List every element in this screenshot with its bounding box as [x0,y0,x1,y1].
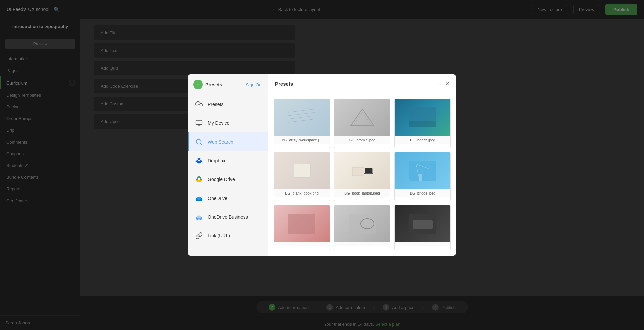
modal-nav-web-search[interactable]: Web Search [188,132,268,151]
svg-marker-16 [351,109,374,126]
grid-thumb-row3a [274,205,330,242]
grid-thumb-artsy [274,99,330,136]
grid-label-book-laptop: BG_book_laptop.jpeg [334,189,390,197]
grid-thumb-book-laptop [334,152,390,189]
grid-thumb-row3b [334,205,390,242]
svg-marker-17 [354,112,371,124]
svg-rect-25 [409,161,436,181]
grid-label-row3c [395,242,450,246]
grid-item-row3b[interactable] [334,205,390,250]
modal-presets-label: Presets [205,82,222,87]
modal-main: Presets ≡ × BG_artsy_workspace.j... [268,74,456,256]
modal-nav-onedrive-label: OneDrive [208,196,227,201]
svg-rect-28 [288,214,315,234]
modal-nav-presets[interactable]: Presets [188,95,268,114]
svg-rect-24 [364,173,373,174]
svg-point-4 [196,139,201,144]
svg-rect-23 [365,168,372,173]
grid-item-bridge[interactable]: BG_bridge.jpeg [394,152,451,201]
list-view-icon[interactable]: ≡ [438,81,441,87]
dropbox-icon [194,156,204,165]
grid-label-bridge: BG_bridge.jpeg [395,189,450,197]
grid-label-artsy: BG_artsy_workspace.j... [274,136,330,144]
modal-nav-presets-label: Presets [208,102,223,107]
modal-nav-link-url-label: Link (URL) [208,233,230,238]
grid-item-artsy[interactable]: BG_artsy_workspace.j... [274,99,330,148]
grid-thumb-bridge [395,152,450,189]
modal-nav-dropbox[interactable]: Dropbox [188,151,268,170]
monitor-icon [194,118,204,128]
grid-label-row3a [274,242,330,246]
modal-nav-onedrive[interactable]: OneDrive [188,189,268,208]
grid-label-row3b [334,242,390,246]
grid-item-row3c[interactable] [394,205,451,250]
svg-point-11 [197,215,201,218]
link-icon [194,231,204,240]
grid-item-row3a[interactable] [274,205,330,250]
modal-sidebar-header: ↑ Presets Sign Out [188,74,268,95]
modal-nav-web-search-label: Web Search [208,139,233,145]
svg-rect-26 [419,174,422,181]
grid-item-atomic[interactable]: BG_atomic.jpeg [334,99,390,148]
grid-thumb-row3c [395,205,450,242]
grid-thumb-atomic [334,99,390,136]
modal-nav-google-drive[interactable]: Google Drive [188,170,268,189]
modal-logo-icon: ↑ [193,80,203,89]
grid-thumb-beach [395,99,450,136]
grid-item-beach[interactable]: BG_beach.jpeg [394,99,451,148]
modal-nav-google-drive-label: Google Drive [208,177,235,182]
grid-label-blank-book: BG_blank_book.png [274,189,330,197]
onedrive-business-icon [194,212,204,222]
svg-rect-18 [409,107,436,121]
svg-line-5 [200,143,202,145]
modal-nav-my-device-label: My Device [208,120,229,126]
modal-grid: BG_artsy_workspace.j... BG_atomic.jpeg [268,93,456,256]
svg-rect-32 [413,220,433,229]
svg-line-13 [288,112,315,116]
svg-point-8 [197,197,201,200]
modal-sidebar: ↑ Presets Sign Out Presets [188,74,268,256]
modal-nav-onedrive-business-label: OneDrive Business [208,214,248,220]
svg-rect-29 [349,214,376,234]
modal-nav-my-device[interactable]: My Device [188,114,268,132]
modal-logo: ↑ Presets [193,80,222,89]
cloud-upload-icon [194,100,204,109]
search-icon [194,137,204,147]
modal-nav-link-url[interactable]: Link (URL) [188,226,268,245]
svg-rect-1 [196,120,202,125]
svg-line-15 [288,119,315,122]
google-drive-icon [194,175,204,184]
onedrive-icon [194,194,204,203]
grid-label-beach: BG_beach.jpeg [395,136,450,144]
modal-main-actions: ≡ × [438,80,449,88]
svg-line-14 [288,116,315,119]
modal-nav-onedrive-business[interactable]: OneDrive Business [188,208,268,226]
modal-nav-dropbox-label: Dropbox [208,158,225,163]
svg-line-12 [288,109,315,112]
modal-close-button[interactable]: × [445,80,449,88]
modal-main-header: Presets ≡ × [268,74,456,93]
svg-rect-19 [409,121,436,127]
svg-rect-22 [352,167,364,176]
modal-main-title: Presets [275,81,293,87]
grid-item-blank-book[interactable]: BG_blank_book.png [274,152,330,201]
grid-thumb-blank-book [274,152,330,189]
file-modal: ↑ Presets Sign Out Presets [188,74,456,256]
grid-label-atomic: BG_atomic.jpeg [334,136,390,144]
grid-item-book-laptop[interactable]: BG_book_laptop.jpeg [334,152,390,201]
sign-out-link[interactable]: Sign Out [246,82,263,87]
